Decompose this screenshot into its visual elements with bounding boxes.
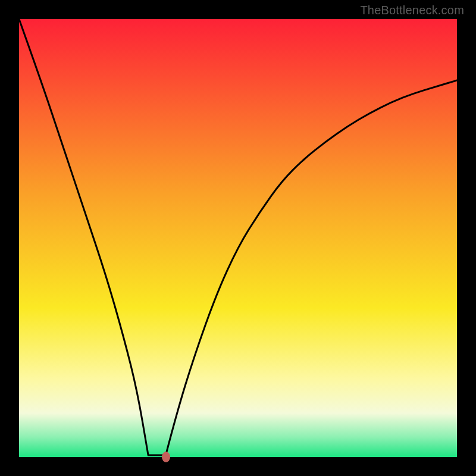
minimum-marker: [162, 452, 170, 462]
bottleneck-curve: [19, 19, 457, 457]
watermark-text: TheBottleneck.com: [360, 4, 464, 17]
chart-frame: TheBottleneck.com: [0, 0, 476, 476]
